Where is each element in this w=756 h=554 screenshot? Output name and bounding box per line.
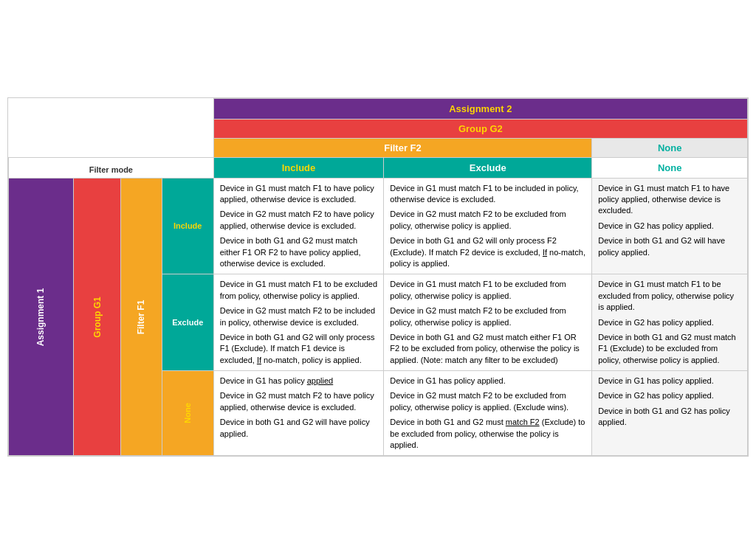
- assignment1-label: Assignment 1: [9, 178, 74, 456]
- exclude-row-label: Exclude: [162, 274, 213, 371]
- assignment2-header: Assignment 2: [213, 98, 747, 119]
- cell-include-exclude: Device in G1 must match F1 to be include…: [384, 178, 592, 274]
- none-top-header: None: [592, 138, 748, 157]
- none-row-label: None: [162, 371, 213, 456]
- filterf1-label: Filter F1: [121, 178, 162, 456]
- include-row-label: Include: [162, 178, 213, 274]
- groupg2-header: Group G2: [213, 119, 747, 138]
- cell-include-none: Device in G1 must match F1 to have polic…: [592, 178, 748, 274]
- filterf2-header: Filter F2: [213, 138, 592, 157]
- cell-none-exclude: Device in G1 has policy applied. Device …: [384, 371, 592, 456]
- groupg1-label: Group G1: [73, 178, 120, 456]
- exclude-col-header: Exclude: [384, 157, 592, 178]
- cell-exclude-include: Device in G1 must match F1 to be exclude…: [213, 274, 384, 371]
- cell-include-include: Device in G1 must match F1 to have polic…: [213, 178, 384, 274]
- filter-mode-label: Filter mode: [9, 157, 214, 178]
- include-col-header: Include: [213, 157, 384, 178]
- cell-none-none: Device in G1 has policy applied. Device …: [592, 371, 748, 456]
- cell-exclude-exclude: Device in G1 must match F1 to be exclude…: [384, 274, 592, 371]
- none-col-header: None: [592, 157, 748, 178]
- cell-none-include: Device in G1 has policy applied Device i…: [213, 371, 384, 456]
- main-table-wrapper: Assignment 2 Group G2 Filter F2 None Fil…: [7, 97, 749, 457]
- cell-exclude-none: Device in G1 must match F1 to be exclude…: [592, 274, 748, 371]
